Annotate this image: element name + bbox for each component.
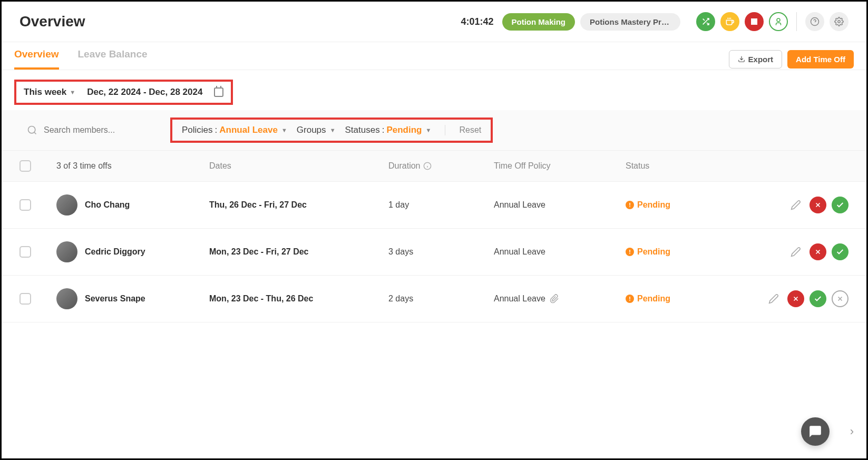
policy-cell: Annual Leave — [494, 294, 626, 304]
reject-button[interactable] — [810, 197, 826, 213]
chevron-down-icon: ▼ — [328, 127, 336, 133]
tab-leave-balance[interactable]: Leave Balance — [78, 48, 148, 70]
row-checkbox[interactable] — [19, 246, 31, 258]
approve-button[interactable] — [810, 290, 826, 307]
status-badge: !Pending — [626, 294, 731, 304]
period-label: This week — [24, 87, 66, 97]
table-row: Cedric DiggoryMon, 23 Dec - Fri, 27 Dec3… — [2, 229, 866, 276]
table-row: Cho ChangThu, 26 Dec - Fri, 27 Dec1 dayA… — [2, 182, 866, 229]
groups-label: Groups — [297, 125, 326, 135]
page-title: Overview — [19, 13, 85, 30]
member-name: Cho Chang — [85, 200, 130, 210]
filters-group: Policies: Annual Leave ▼ Groups ▼ Status… — [170, 118, 493, 143]
statuses-value: Pending — [386, 125, 422, 135]
count-text: 3 of 3 time offs — [56, 161, 209, 171]
date-range-text: Dec, 22 2024 - Dec, 28 2024 — [87, 87, 202, 97]
shuffle-button[interactable] — [696, 12, 715, 31]
policies-value: Annual Leave — [219, 125, 278, 135]
status-badge: !Pending — [626, 200, 731, 210]
avatar — [56, 241, 77, 262]
chevron-down-icon: ▼ — [70, 89, 75, 95]
avatar — [56, 288, 77, 309]
svg-point-1 — [777, 18, 780, 22]
duration-cell: 2 days — [388, 294, 494, 304]
header-status: Status — [626, 161, 731, 171]
status-dot-icon: ! — [626, 201, 634, 209]
svg-point-3 — [838, 21, 841, 23]
filter-groups[interactable]: Groups ▼ — [297, 125, 336, 135]
select-all-checkbox[interactable] — [19, 160, 31, 172]
header-divider — [796, 12, 797, 31]
break-button[interactable] — [720, 12, 739, 31]
stop-button[interactable] — [745, 12, 764, 31]
project-pill[interactable]: Potions Mastery Progr... — [580, 13, 680, 31]
svg-rect-0 — [751, 18, 757, 25]
policy-cell: Annual Leave — [494, 200, 626, 210]
table-row: Severus SnapeMon, 23 Dec - Thu, 26 Dec2 … — [2, 276, 866, 322]
status-badge: !Pending — [626, 247, 731, 257]
info-icon[interactable] — [423, 162, 432, 170]
approve-button[interactable] — [832, 197, 849, 213]
filter-statuses[interactable]: Statuses: Pending ▼ — [345, 125, 432, 135]
row-checkbox[interactable] — [19, 293, 31, 305]
date-range-selector[interactable]: This week ▼ Dec, 22 2024 - Dec, 28 2024 — [14, 80, 233, 105]
settings-button[interactable] — [830, 12, 849, 31]
reset-filters[interactable]: Reset — [459, 125, 481, 135]
attachment-icon — [550, 294, 559, 304]
edit-button[interactable] — [787, 243, 804, 260]
search-icon — [27, 125, 37, 135]
member-name: Severus Snape — [85, 294, 145, 304]
status-dot-icon: ! — [626, 295, 634, 303]
filter-divider — [445, 125, 445, 135]
header-policy: Time Off Policy — [494, 161, 626, 171]
export-button[interactable]: Export — [729, 50, 783, 68]
task-pill[interactable]: Potion Making — [502, 13, 576, 31]
row-checkbox[interactable] — [19, 199, 31, 211]
header-dates: Dates — [209, 161, 388, 171]
add-time-off-button[interactable]: Add Time Off — [787, 50, 854, 68]
dates-cell: Mon, 23 Dec - Thu, 26 Dec — [209, 294, 388, 304]
calendar-icon[interactable] — [214, 87, 223, 97]
filter-policies[interactable]: Policies: Annual Leave ▼ — [182, 125, 287, 135]
help-button[interactable] — [805, 12, 824, 31]
member-name: Cedric Diggory — [85, 247, 145, 257]
header-duration: Duration — [388, 161, 420, 171]
export-label: Export — [748, 55, 774, 64]
dates-cell: Mon, 23 Dec - Fri, 27 Dec — [209, 247, 388, 257]
tab-overview[interactable]: Overview — [14, 48, 59, 70]
dates-cell: Thu, 26 Dec - Fri, 27 Dec — [209, 200, 388, 210]
cancel-button[interactable] — [832, 290, 849, 307]
chevron-down-icon: ▼ — [424, 127, 431, 133]
policy-cell: Annual Leave — [494, 247, 626, 257]
chat-widget[interactable] — [801, 417, 830, 446]
edit-button[interactable] — [765, 290, 782, 307]
reject-button[interactable] — [787, 290, 804, 307]
next-arrow[interactable]: › — [850, 425, 854, 438]
chevron-down-icon: ▼ — [280, 127, 287, 133]
timer-display: 4:01:42 — [461, 16, 493, 27]
edit-button[interactable] — [787, 197, 804, 213]
duration-cell: 1 day — [388, 200, 494, 210]
table-header: 3 of 3 time offs Dates Duration Time Off… — [2, 151, 866, 182]
user-status-button[interactable] — [769, 12, 788, 31]
policies-label: Policies — [182, 125, 213, 135]
status-dot-icon: ! — [626, 248, 634, 256]
statuses-label: Statuses — [345, 125, 380, 135]
reject-button[interactable] — [810, 243, 826, 260]
approve-button[interactable] — [832, 243, 849, 260]
search-input[interactable] — [44, 125, 149, 135]
duration-cell: 3 days — [388, 247, 494, 257]
avatar — [56, 194, 77, 216]
svg-line-5 — [34, 132, 36, 134]
svg-point-4 — [28, 126, 35, 133]
